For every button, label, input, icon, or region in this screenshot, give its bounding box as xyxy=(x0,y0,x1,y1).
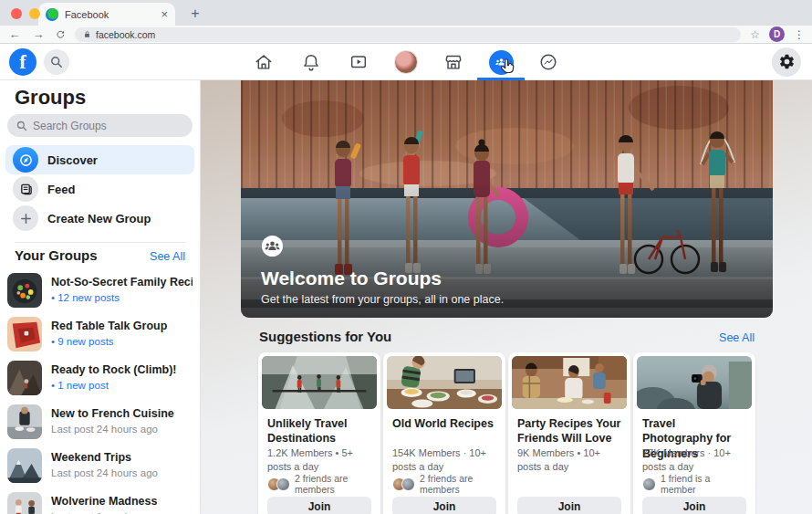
new-tab-button[interactable]: + xyxy=(186,5,204,22)
group-thumbnail xyxy=(7,448,42,483)
group-name: Ready to Rock (Climb)! xyxy=(51,363,177,378)
group-status: • 1 new post xyxy=(51,378,177,393)
group-list-item[interactable]: Not-So-Secret Family Recipes• 12 new pos… xyxy=(0,268,200,312)
search-icon xyxy=(50,56,63,68)
sidebar-item-feed[interactable]: Feed xyxy=(5,174,194,204)
group-list-item[interactable]: New to French CuisineLast post 24 hours … xyxy=(0,400,200,444)
suggestions-section: Suggestions for You See All Unlikely Tra… xyxy=(258,329,755,514)
watch-icon xyxy=(349,52,369,72)
nav-profile-tab[interactable] xyxy=(382,44,430,80)
settings-button[interactable] xyxy=(772,47,801,77)
nav-groups-tab[interactable] xyxy=(477,44,525,80)
search-button[interactable] xyxy=(44,49,69,75)
bookmark-star-icon[interactable]: ☆ xyxy=(750,28,760,41)
group-status: Last post 24 hours ago xyxy=(51,422,174,436)
nav-home-tab[interactable] xyxy=(240,44,287,80)
suggestion-card[interactable]: Unlikely Travel Destinations 1.2K Member… xyxy=(258,352,380,514)
friends-members-row xyxy=(517,474,621,494)
browser-tabstrip: f Facebook × + xyxy=(0,0,812,26)
sidebar-item-label: Feed xyxy=(47,183,75,196)
friends-members-text: 2 friends are members xyxy=(295,473,371,495)
friend-avatars xyxy=(642,477,656,491)
hero-subtitle: Get the latest from your groups, all in … xyxy=(261,293,504,306)
join-button[interactable]: Join xyxy=(642,497,746,514)
group-list-item[interactable]: Weekend TripsLast post 24 hours ago xyxy=(0,444,200,488)
window-close-button[interactable] xyxy=(11,8,22,19)
sidebar-item-discover[interactable]: Discover xyxy=(5,145,194,174)
suggestion-card[interactable]: Travel Photography for Beginners 77K Mem… xyxy=(633,352,755,514)
group-name: Weekend Trips xyxy=(51,451,158,466)
group-list-item[interactable]: Red Table Talk Group• 9 new posts xyxy=(0,312,200,356)
group-title[interactable]: Party Recipes Your Friends Will Love xyxy=(517,416,621,446)
group-thumbnail xyxy=(7,492,42,514)
suggestions-title: Suggestions for You xyxy=(259,329,391,344)
group-thumbnail xyxy=(7,317,42,351)
group-list-item[interactable]: Ready to Rock (Climb)!• 1 new post xyxy=(0,356,200,400)
facebook-logo[interactable]: f xyxy=(9,48,36,76)
group-status: • 12 new posts xyxy=(51,290,193,305)
search-groups-input[interactable] xyxy=(33,120,183,132)
browser-menu-icon[interactable]: ⋮ xyxy=(794,28,805,41)
address-bar[interactable]: facebook.com xyxy=(75,27,741,42)
sidebar-item-label: Discover xyxy=(47,153,98,167)
join-button[interactable]: Join xyxy=(267,497,371,514)
sidebar-item-label: Create New Group xyxy=(47,212,151,226)
group-status: Last post 1 week ago xyxy=(51,509,157,514)
nav-messenger-tab[interactable] xyxy=(525,44,572,80)
group-name: New to French Cuisine xyxy=(51,407,174,422)
group-cover-photo xyxy=(512,356,627,409)
your-groups-title: Your Groups xyxy=(15,247,98,263)
group-meta: 77K Members · 10+ posts a day xyxy=(642,446,746,474)
gear-icon xyxy=(778,53,796,70)
profile-avatar xyxy=(394,50,418,74)
browser-tab[interactable]: f Facebook × xyxy=(38,3,175,26)
group-name: Not-So-Secret Family Recipes xyxy=(51,276,193,290)
your-groups-see-all-link[interactable]: See All xyxy=(150,250,185,263)
group-title[interactable]: Unlikely Travel Destinations xyxy=(267,416,371,446)
messenger-icon xyxy=(538,52,558,72)
friends-members-text: 2 friends are members xyxy=(420,473,496,495)
group-cover-photo xyxy=(637,356,752,409)
suggestion-card[interactable]: Party Recipes Your Friends Will Love 9K … xyxy=(508,352,630,514)
tab-close-icon[interactable]: × xyxy=(161,7,168,21)
search-groups-field[interactable] xyxy=(7,114,193,137)
compass-icon xyxy=(13,147,38,173)
join-button[interactable]: Join xyxy=(517,497,621,514)
browser-profile-avatar[interactable]: D xyxy=(769,26,785,42)
groups-sidebar: Groups Discover Feed Crea xyxy=(0,80,201,514)
group-status: • 9 new posts xyxy=(51,334,167,349)
url-text: facebook.com xyxy=(96,29,155,40)
window-minimize-button[interactable] xyxy=(29,8,40,19)
nav-watch-tab[interactable] xyxy=(335,44,382,80)
group-title[interactable]: Travel Photography for Beginners xyxy=(642,416,746,446)
search-icon xyxy=(16,121,27,131)
suggestion-card[interactable]: Old World Recipes 154K Members · 10+ pos… xyxy=(383,352,505,514)
friends-members-row: 2 friends are members xyxy=(392,474,496,494)
join-button[interactable]: Join xyxy=(392,497,496,514)
plus-icon xyxy=(13,205,38,231)
window-zoom-button[interactable] xyxy=(47,8,58,19)
friend-avatars xyxy=(267,477,290,491)
friend-avatars xyxy=(392,477,415,491)
bell-icon xyxy=(301,52,321,72)
nav-notifications-tab[interactable] xyxy=(287,44,335,80)
forward-icon[interactable]: → xyxy=(31,27,46,41)
group-cover-photo xyxy=(262,356,377,409)
page-title: Groups xyxy=(15,86,200,110)
suggestions-see-all-link[interactable]: See All xyxy=(719,331,755,344)
friends-members-row: 1 friend is a member xyxy=(642,474,746,494)
nav-marketplace-tab[interactable] xyxy=(430,44,477,80)
back-icon[interactable]: ← xyxy=(7,27,22,41)
group-title[interactable]: Old World Recipes xyxy=(392,416,496,446)
window-controls xyxy=(11,8,58,19)
hero-title: Welcome to Groups xyxy=(261,267,504,289)
reload-icon[interactable] xyxy=(55,29,66,40)
home-icon xyxy=(254,52,274,72)
group-status: Last post 24 hours ago xyxy=(51,466,158,480)
divider xyxy=(15,242,185,243)
group-list-item[interactable]: Wolverine MadnessLast post 1 week ago xyxy=(0,488,200,514)
friends-members-row: 2 friends are members xyxy=(267,474,371,494)
group-name: Wolverine Madness xyxy=(51,495,157,509)
group-meta: 154K Members · 10+ posts a day xyxy=(392,446,496,474)
sidebar-item-create-new-group[interactable]: Create New Group xyxy=(5,204,194,233)
